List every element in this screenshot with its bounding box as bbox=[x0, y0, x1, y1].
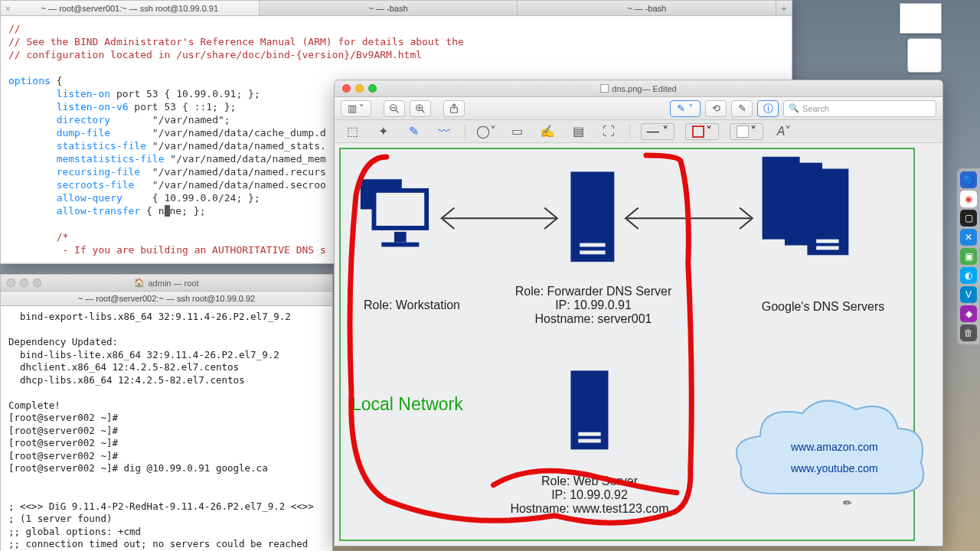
color-swatch-white-icon bbox=[737, 126, 749, 138]
svg-rect-14 bbox=[570, 171, 614, 262]
close-traffic-icon[interactable] bbox=[342, 84, 351, 93]
dock-app-icon[interactable]: ✕ bbox=[960, 229, 977, 246]
cloud-domains: www.amazon.com www.youtube.com bbox=[791, 436, 878, 479]
window-title: admin — root bbox=[148, 279, 198, 288]
svg-rect-16 bbox=[580, 250, 605, 254]
close-traffic-icon[interactable] bbox=[7, 279, 15, 287]
preview-titlebar[interactable]: dns.png — Edited bbox=[335, 80, 942, 97]
edit-button[interactable]: ✎ bbox=[731, 100, 753, 117]
cloud-icon: www.amazon.com www.youtube.com bbox=[730, 394, 929, 517]
svg-line-1 bbox=[396, 109, 399, 112]
markup-toolbar: ⬚ ✦ ✎ 〰 ◯˅ ▭ ✍ ▤ ⛶ — ˅ ˅ ˅ A˅ bbox=[335, 120, 942, 143]
rotate-button[interactable]: ⟲ bbox=[705, 100, 727, 117]
text-button[interactable]: ▭ bbox=[507, 123, 527, 140]
svg-line-4 bbox=[422, 109, 425, 112]
dock-app-icon-2[interactable]: ▣ bbox=[960, 248, 977, 265]
search-icon: 🔍 bbox=[789, 103, 799, 113]
share-button[interactable] bbox=[443, 100, 465, 117]
markup-button[interactable]: ✎ ˅ bbox=[670, 100, 701, 117]
desktop-file-thumb-2[interactable] bbox=[907, 38, 942, 73]
doc-icon bbox=[600, 84, 609, 93]
terminal-tab-ssh[interactable]: ×~ — root@server001:~ — ssh root@10.99.0… bbox=[1, 1, 260, 15]
terminal-tabbar: ×~ — root@server001:~ — ssh root@10.99.0… bbox=[1, 1, 792, 16]
sketch-tool-button[interactable]: ✎ bbox=[403, 123, 423, 140]
dock-finder-icon[interactable]: 🔵 bbox=[960, 171, 977, 188]
info-button[interactable]: ⓘ bbox=[757, 100, 779, 117]
pencil-cursor-icon: ✏ bbox=[843, 497, 852, 509]
terminal-content-2[interactable]: bind-export-libs.x86_64 32:9.11.4-26.P2.… bbox=[1, 306, 332, 551]
workstation-label: Role: Workstation bbox=[347, 298, 477, 312]
google-dns-label: Google's DNS Servers bbox=[739, 300, 907, 314]
svg-rect-12 bbox=[394, 232, 407, 243]
fill-color-button[interactable]: ˅ bbox=[730, 123, 763, 140]
draw-tool-button[interactable]: 〰 bbox=[434, 123, 454, 140]
dock-app-icon-3[interactable]: ◐ bbox=[960, 267, 977, 284]
terminal-tab-bash-2[interactable]: ~ — -bash bbox=[518, 1, 776, 15]
font-style-button[interactable]: A˅ bbox=[774, 123, 794, 140]
local-network-label: Local Network bbox=[351, 394, 463, 415]
document-title-suffix: — Edited bbox=[642, 84, 676, 93]
crop-button[interactable]: ⛶ bbox=[599, 123, 619, 140]
titlebar[interactable]: 🏠admin — root bbox=[1, 275, 332, 292]
svg-rect-17 bbox=[570, 370, 608, 449]
diagram-area: Role: Workstation Role: Forwarder DNS Se… bbox=[339, 148, 915, 541]
view-mode-button[interactable]: ▥ ˅ bbox=[341, 100, 371, 117]
zoom-out-button[interactable] bbox=[384, 100, 405, 117]
svg-rect-19 bbox=[578, 439, 600, 443]
selection-tool-button[interactable]: ⬚ bbox=[342, 123, 362, 140]
tab-label: ~ — -bash bbox=[368, 4, 407, 13]
color-swatch-red-icon bbox=[692, 126, 704, 138]
forwarder-label: Role: Forwarder DNS Server IP: 10.99.0.9… bbox=[505, 285, 681, 326]
dock-terminal-icon[interactable]: ▢ bbox=[960, 210, 977, 227]
border-color-button[interactable]: ˅ bbox=[685, 123, 719, 140]
new-tab-button[interactable]: + bbox=[776, 1, 792, 15]
tab-label: ~ — root@server002:~ — ssh root@10.99.0.… bbox=[78, 294, 255, 303]
svg-rect-13 bbox=[381, 243, 419, 247]
terminal-tab-ssh2[interactable]: ~ — root@server002:~ — ssh root@10.99.0.… bbox=[1, 292, 332, 306]
dock: 🔵 ◉ ▢ ✕ ▣ ◐ V ◆ 🗑 bbox=[957, 168, 980, 344]
tab-label: ~ — -bash bbox=[627, 4, 666, 13]
svg-rect-24 bbox=[816, 246, 838, 250]
svg-rect-15 bbox=[580, 243, 605, 247]
sign-button[interactable]: ✍ bbox=[537, 123, 557, 140]
web-server-label: Role: Web Server IP: 10.99.0.92 Hostname… bbox=[490, 474, 689, 516]
note-button[interactable]: ▤ bbox=[568, 123, 588, 140]
shapes-button[interactable]: ◯˅ bbox=[476, 123, 496, 140]
minimize-traffic-icon[interactable] bbox=[20, 279, 28, 287]
zoom-traffic-icon[interactable] bbox=[368, 84, 377, 93]
dock-chrome-icon[interactable]: ◉ bbox=[960, 191, 977, 207]
document-title: dns.png bbox=[612, 84, 642, 93]
search-input[interactable]: 🔍Search bbox=[783, 100, 936, 117]
preview-canvas[interactable]: Role: Workstation Role: Forwarder DNS Se… bbox=[335, 143, 942, 546]
dock-app-icon-4[interactable]: ◆ bbox=[960, 305, 977, 322]
line-style-button[interactable]: — ˅ bbox=[641, 123, 675, 140]
zoom-in-button[interactable] bbox=[410, 100, 431, 117]
zoom-traffic-icon[interactable] bbox=[33, 279, 41, 287]
tab-label: ~ — root@server001:~ — ssh root@10.99.0.… bbox=[41, 4, 218, 13]
preview-window: dns.png — Edited ▥ ˅ ✎ ˅ ⟲ ✎ ⓘ 🔍Search ⬚… bbox=[334, 80, 943, 546]
svg-rect-23 bbox=[816, 240, 838, 243]
instant-alpha-button[interactable]: ✦ bbox=[373, 123, 393, 140]
minimize-traffic-icon[interactable] bbox=[355, 84, 364, 93]
search-placeholder: Search bbox=[802, 104, 829, 113]
preview-toolbar: ▥ ˅ ✎ ˅ ⟲ ✎ ⓘ 🔍Search bbox=[335, 97, 942, 120]
svg-rect-11 bbox=[374, 191, 426, 228]
terminal-window-server002: 🏠admin — root ~ — root@server002:~ — ssh… bbox=[0, 274, 333, 551]
dock-trash-icon[interactable]: 🗑 bbox=[960, 324, 977, 341]
dock-virtualbox-icon[interactable]: V bbox=[960, 286, 977, 303]
desktop-file-thumb[interactable] bbox=[900, 3, 942, 34]
svg-rect-18 bbox=[578, 432, 600, 436]
terminal-tab-bash-1[interactable]: ~ — -bash bbox=[260, 1, 518, 15]
close-icon[interactable]: × bbox=[5, 4, 10, 13]
